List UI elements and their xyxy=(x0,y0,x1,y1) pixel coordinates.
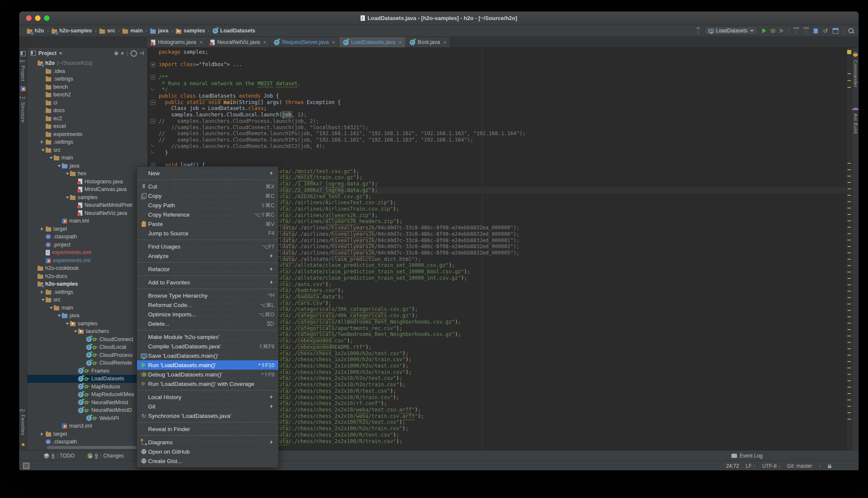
menu-item-Save 'LoadDatasets.main()'[interactable]: Save 'LoadDatasets.main()' xyxy=(137,351,278,360)
lock-icon[interactable] xyxy=(828,466,831,468)
git-branch[interactable]: Git: master xyxy=(787,463,812,469)
breadcrumb-item[interactable]: src xyxy=(98,28,117,34)
caret-position[interactable]: 24:72 xyxy=(726,463,739,469)
tree-row-.project[interactable]: .project xyxy=(27,241,147,249)
menu-item-Run 'LoadDatasets.main()'[interactable]: Run 'LoadDatasets.main()'^⇧F10 xyxy=(137,360,278,370)
warning-mark[interactable] xyxy=(848,188,851,189)
tree-row-MapReduceKMea[interactable]: CMapReduceKMea xyxy=(27,391,147,399)
tree-row-bench[interactable]: bench xyxy=(27,83,147,91)
warning-mark[interactable] xyxy=(848,316,851,317)
fold-toggle-icon[interactable]: − xyxy=(151,119,155,124)
commit-push-button[interactable]: VCS↑ xyxy=(804,27,809,35)
warning-mark[interactable] xyxy=(848,163,851,164)
warning-mark[interactable] xyxy=(848,393,851,394)
menu-item-Git[interactable]: Git xyxy=(137,402,278,411)
menu-item-Diagrams[interactable]: Diagrams xyxy=(137,437,278,447)
encoding-selector[interactable]: UTF-8 ↕ xyxy=(762,463,780,469)
warning-mark[interactable] xyxy=(848,182,851,183)
breadcrumb-item[interactable]: h2o xyxy=(25,28,46,34)
tree-row-main3.iml[interactable]: JImain3.iml xyxy=(27,422,147,430)
tree-row-experiments.eml[interactable]: experiments.eml xyxy=(27,249,147,257)
tree-row-h2o-samples[interactable]: h2o-samples xyxy=(27,280,147,288)
warning-mark[interactable] xyxy=(848,361,851,362)
tree-row-.settings[interactable]: .settings xyxy=(27,138,147,146)
menu-item-Copy[interactable]: Copy⌘C xyxy=(137,191,278,200)
tree-row-main.iml[interactable]: JImain.iml xyxy=(27,217,147,225)
menu-item-Browse Type Hierarchy[interactable]: Browse Type Hierarchy^H xyxy=(137,291,278,300)
menu-item-Find Usages[interactable]: Find Usages⌥F7 xyxy=(137,242,278,251)
tree-row-target[interactable]: target xyxy=(27,430,147,438)
menu-item-Run 'LoadDatasets.main()' with Coverage[interactable]: Run 'LoadDatasets.main()' with Coverage xyxy=(137,379,278,388)
warning-mark[interactable] xyxy=(848,406,851,407)
tree-row-h2o[interactable]: h2o (~/Source/h2o) xyxy=(27,59,147,67)
tree-row-target[interactable]: target xyxy=(27,225,147,233)
close-tab-icon[interactable]: × xyxy=(443,40,446,45)
warning-mark[interactable] xyxy=(848,310,851,311)
menu-item-Copy Path[interactable]: Copy Path⇧⌘C xyxy=(137,200,278,210)
warning-mark[interactable] xyxy=(848,323,851,324)
tool-window-button-todo[interactable]: 6: TODO xyxy=(44,453,75,459)
changes-view-button[interactable] xyxy=(833,28,839,34)
menu-item-Open on GitHub[interactable]: Open on GitHub xyxy=(137,447,278,456)
tool-window-button-commander[interactable]: Commander xyxy=(853,60,858,87)
close-tab-icon[interactable]: × xyxy=(263,40,266,45)
run-configuration-selector[interactable]: LoadDatasets xyxy=(705,26,757,35)
line-ending-selector[interactable]: LF ↕ xyxy=(746,463,755,469)
tree-row-ci[interactable]: ci xyxy=(27,99,147,107)
tree-row-samples[interactable]: samples xyxy=(27,320,147,328)
menu-item-Reveal in Finder[interactable]: Reveal in Finder xyxy=(137,424,278,434)
warning-mark[interactable] xyxy=(848,240,851,240)
warning-mark[interactable] xyxy=(848,208,851,208)
tree-row-hex[interactable]: hex xyxy=(27,170,147,178)
menu-item-Jump to Source[interactable]: Jump to SourceF4 xyxy=(137,229,278,238)
breadcrumb-item[interactable]: h2o-samples xyxy=(50,28,93,34)
warning-mark[interactable] xyxy=(848,368,851,368)
menu-item-Create Gist...[interactable]: Create Gist... xyxy=(137,456,278,466)
breadcrumb-item[interactable]: CLoadDatasets xyxy=(211,28,257,34)
warning-mark[interactable] xyxy=(848,201,851,202)
menu-item-Debug 'LoadDatasets.main()'[interactable]: Debug 'LoadDatasets.main()'^⇧F9 xyxy=(137,370,278,379)
tree-row-h2o-docs[interactable]: h2o-docs xyxy=(27,272,147,281)
breadcrumb-item[interactable]: samples xyxy=(174,28,207,34)
tree-row-Histograms.java[interactable]: Histograms.java xyxy=(27,178,147,186)
tree-row-NeuralNetMnistPretr[interactable]: NeuralNetMnistPretr xyxy=(27,201,147,209)
warning-mark[interactable] xyxy=(848,387,851,388)
warning-mark[interactable] xyxy=(848,400,851,400)
warning-mark[interactable] xyxy=(848,195,851,196)
tree-row-CloudRemote[interactable]: CCloudRemote xyxy=(27,359,147,367)
warning-mark[interactable] xyxy=(848,284,851,285)
tree-row-Frames[interactable]: CFrames xyxy=(27,367,147,375)
warning-mark[interactable] xyxy=(848,342,851,343)
tree-row-WebAPI[interactable]: CWebAPI xyxy=(27,414,147,423)
fold-end-icon[interactable] xyxy=(151,87,154,90)
tree-row-.settings[interactable]: .settings xyxy=(27,75,147,83)
menu-item-Refactor[interactable]: Refactor xyxy=(137,264,278,274)
warning-mark[interactable] xyxy=(848,374,851,375)
menu-item-Analyze[interactable]: Analyze xyxy=(137,251,278,261)
tree-row-MnistCanvas.java[interactable]: MnistCanvas.java xyxy=(27,185,147,194)
collapse-all-icon[interactable]: ⊕ xyxy=(114,50,118,56)
menu-item-Reformat Code...[interactable]: Reformat Code...⌥⌘L xyxy=(137,300,278,310)
warning-mark[interactable] xyxy=(848,336,851,336)
commit-changes-button[interactable] xyxy=(813,28,818,34)
tree-row-LoadDatasets[interactable]: CLoadDatasets xyxy=(27,375,147,383)
menu-item-Paste[interactable]: Paste⌘V xyxy=(137,219,278,229)
tree-row-NeuralNetMnistD[interactable]: CNeuralNetMnistD xyxy=(27,406,147,414)
tree-row-.classpath[interactable]: .classpath xyxy=(27,233,147,241)
warning-mark[interactable] xyxy=(848,246,851,247)
tree-row-bench2[interactable]: bench2 xyxy=(27,91,147,99)
warning-mark[interactable] xyxy=(848,169,851,170)
tree-row-.settings[interactable]: .settings xyxy=(27,288,147,296)
editor-tab-NeuralNetViz.java[interactable]: NeuralNetViz.java× xyxy=(207,37,270,47)
menu-item-Make Module 'h2o-samples'[interactable]: Make Module 'h2o-samples' xyxy=(137,332,278,342)
tool-window-button-ant-build[interactable]: Ant Build xyxy=(853,113,858,134)
gear-icon[interactable] xyxy=(131,50,137,57)
tree-row-excel[interactable]: excel xyxy=(27,122,147,130)
tree-row-samples[interactable]: samples xyxy=(27,194,147,202)
editor-tab-Boot.java[interactable]: CBoot.java× xyxy=(406,37,451,47)
warning-mark[interactable] xyxy=(848,259,851,260)
horizontal-scrollbar[interactable] xyxy=(47,446,145,449)
hide-panel-icon[interactable]: ⊣ xyxy=(140,50,144,56)
menu-item-Synchronize 'LoadDatasets.java'[interactable]: ↻Synchronize 'LoadDatasets.java' xyxy=(137,411,278,420)
menu-item-Copy Reference[interactable]: Copy Reference⌥⇧⌘C xyxy=(137,210,278,219)
